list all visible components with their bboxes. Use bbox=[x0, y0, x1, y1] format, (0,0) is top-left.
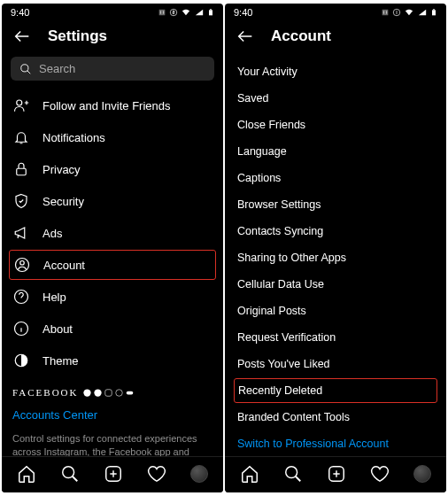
account-item-close-friends[interactable]: Close Friends bbox=[236, 112, 436, 138]
theme-icon bbox=[13, 353, 29, 368]
new-post-icon[interactable] bbox=[104, 464, 123, 484]
account-screen: 9:40 Account Your Activity Saved Close F… bbox=[225, 4, 446, 492]
svg-rect-5 bbox=[17, 168, 27, 175]
account-item-browser-settings[interactable]: Browser Settings bbox=[236, 191, 436, 218]
search-input[interactable]: Search bbox=[11, 57, 214, 81]
messenger-icon bbox=[94, 389, 102, 397]
back-arrow-icon[interactable] bbox=[236, 27, 255, 46]
settings-item-theme[interactable]: Theme bbox=[11, 345, 214, 376]
settings-header: Settings bbox=[2, 19, 223, 55]
account-item-your-activity[interactable]: Your Activity bbox=[236, 58, 436, 85]
account-item-language[interactable]: Language bbox=[236, 138, 436, 165]
search-icon bbox=[19, 63, 32, 75]
settings-item-privacy[interactable]: Privacy bbox=[11, 153, 214, 185]
svg-rect-13 bbox=[105, 389, 112, 396]
dollar-icon bbox=[169, 8, 178, 17]
activity-heart-icon[interactable] bbox=[147, 464, 166, 484]
search-nav-icon[interactable] bbox=[60, 464, 80, 484]
account-header: Account bbox=[225, 19, 446, 55]
svg-rect-1 bbox=[209, 10, 212, 15]
settings-screen: 9:40 Settings Search Follow and Invite F… bbox=[2, 4, 223, 492]
battery-icon bbox=[430, 7, 437, 18]
info-icon bbox=[13, 321, 29, 337]
home-icon[interactable] bbox=[240, 464, 259, 484]
megaphone-icon bbox=[13, 225, 29, 241]
account-circle-icon bbox=[14, 257, 30, 273]
settings-item-about[interactable]: About bbox=[11, 313, 214, 345]
oculus-icon bbox=[126, 389, 134, 397]
settings-item-follow-invite[interactable]: Follow and Invite Friends bbox=[11, 89, 214, 121]
activity-heart-icon[interactable] bbox=[370, 464, 390, 484]
facebook-icon bbox=[83, 389, 91, 397]
clock: 9:40 bbox=[11, 7, 29, 18]
lock-icon bbox=[13, 161, 29, 177]
switch-professional-link[interactable]: Switch to Professional Account bbox=[236, 430, 436, 457]
shield-icon bbox=[13, 193, 29, 209]
svg-point-21 bbox=[286, 467, 297, 478]
status-icons bbox=[158, 7, 214, 18]
facebook-app-icons bbox=[83, 389, 134, 397]
facebook-section: FACEBOOK bbox=[11, 376, 214, 401]
back-arrow-icon[interactable] bbox=[12, 27, 32, 46]
search-placeholder: Search bbox=[39, 62, 75, 75]
account-item-original-posts[interactable]: Original Posts bbox=[236, 298, 436, 324]
page-title: Settings bbox=[48, 27, 107, 45]
whatsapp-icon bbox=[115, 389, 123, 397]
account-item-saved[interactable]: Saved bbox=[236, 85, 436, 112]
account-item-recently-deleted[interactable]: Recently Deleted bbox=[234, 378, 437, 403]
settings-item-help[interactable]: Help bbox=[11, 281, 214, 313]
bottom-nav bbox=[2, 456, 223, 492]
instagram-icon bbox=[104, 389, 112, 397]
signal-icon bbox=[194, 8, 205, 17]
svg-point-14 bbox=[116, 389, 123, 396]
battery-icon bbox=[207, 7, 214, 18]
settings-item-ads[interactable]: Ads bbox=[11, 217, 214, 249]
settings-item-notifications[interactable]: Notifications bbox=[11, 121, 214, 153]
page-title: Account bbox=[271, 27, 331, 45]
profile-avatar[interactable] bbox=[190, 465, 208, 483]
signal-icon bbox=[417, 8, 428, 17]
dollar-icon bbox=[392, 8, 401, 17]
status-bar: 9:40 bbox=[225, 4, 446, 19]
account-item-posts-liked[interactable]: Posts You've Liked bbox=[236, 351, 436, 377]
svg-point-3 bbox=[21, 64, 28, 71]
settings-item-security[interactable]: Security bbox=[11, 185, 214, 217]
accounts-center-link[interactable]: Accounts Center bbox=[11, 401, 214, 429]
svg-rect-15 bbox=[127, 391, 134, 394]
account-item-captions[interactable]: Captions bbox=[236, 165, 436, 191]
svg-point-7 bbox=[20, 261, 25, 266]
status-bar: 9:40 bbox=[2, 4, 223, 19]
bell-icon bbox=[13, 129, 29, 145]
settings-list: Follow and Invite Friends Notifications … bbox=[2, 89, 223, 492]
account-item-request-verification[interactable]: Request Verification bbox=[236, 324, 436, 351]
account-item-cellular-data[interactable]: Cellular Data Use bbox=[236, 271, 436, 298]
profile-avatar[interactable] bbox=[413, 465, 431, 483]
settings-item-account[interactable]: Account bbox=[9, 250, 216, 280]
person-plus-icon bbox=[13, 97, 29, 113]
wifi-icon bbox=[181, 8, 191, 17]
svg-point-11 bbox=[84, 389, 91, 396]
account-item-contacts-syncing[interactable]: Contacts Syncing bbox=[236, 218, 436, 244]
status-icons bbox=[381, 7, 437, 18]
nfc-icon bbox=[158, 8, 166, 17]
help-icon bbox=[13, 289, 29, 305]
svg-rect-20 bbox=[433, 9, 435, 10]
svg-point-12 bbox=[95, 389, 102, 396]
account-item-branded-content[interactable]: Branded Content Tools bbox=[236, 404, 436, 430]
nfc-icon bbox=[381, 8, 390, 17]
account-item-sharing[interactable]: Sharing to Other Apps bbox=[236, 244, 436, 271]
svg-point-4 bbox=[17, 100, 22, 105]
wifi-icon bbox=[404, 8, 414, 17]
search-nav-icon[interactable] bbox=[283, 464, 303, 484]
facebook-brand: FACEBOOK bbox=[12, 387, 78, 398]
svg-rect-2 bbox=[210, 9, 212, 10]
clock: 9:40 bbox=[234, 7, 252, 18]
bottom-nav bbox=[225, 456, 446, 492]
new-post-icon[interactable] bbox=[327, 464, 346, 484]
svg-point-16 bbox=[63, 467, 74, 478]
home-icon[interactable] bbox=[17, 464, 36, 484]
account-list: Your Activity Saved Close Friends Langua… bbox=[225, 55, 446, 487]
svg-rect-19 bbox=[432, 10, 436, 15]
